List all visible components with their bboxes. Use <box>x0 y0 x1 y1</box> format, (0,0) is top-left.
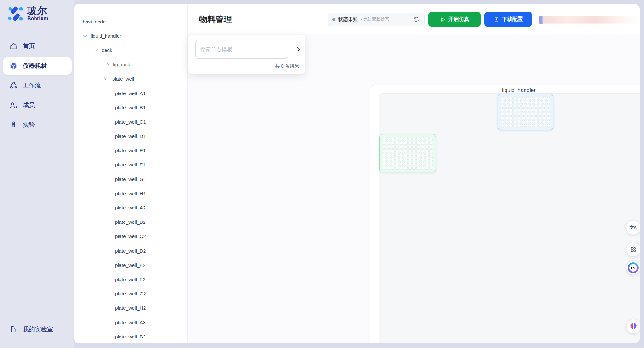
tree-item-plate_well_E2[interactable]: plate_well_E2 <box>74 258 187 272</box>
sidebar-item-instruments[interactable]: 仪器耗材 <box>3 57 72 75</box>
tree-item-label: plate_well_A3 <box>115 320 146 325</box>
well <box>526 116 529 119</box>
tree-item-plate_well_H1[interactable]: plate_well_H1 <box>74 186 187 201</box>
well <box>429 137 433 140</box>
well <box>538 120 542 123</box>
redacted-cap <box>539 16 543 24</box>
well <box>530 101 533 104</box>
well <box>530 124 533 127</box>
well-plate-selected[interactable] <box>498 94 553 130</box>
apps-grid-button[interactable] <box>626 242 640 256</box>
tree-item-plate_well_G1[interactable]: plate_well_G1 <box>74 172 187 186</box>
tree-item-plate_well_F2[interactable]: plate_well_F2 <box>74 272 187 287</box>
chevron-down-icon[interactable] <box>104 76 108 81</box>
well <box>530 105 533 108</box>
search-input[interactable] <box>195 41 288 59</box>
refresh-status-button[interactable] <box>414 16 420 23</box>
start-simulation-button[interactable]: 开启仿真 <box>428 12 481 27</box>
well <box>387 141 390 145</box>
members-icon <box>10 101 18 109</box>
well <box>408 158 412 161</box>
well <box>518 124 521 127</box>
well <box>425 141 428 145</box>
liquid-handler-node[interactable]: liquid_handler data: [object Object] <box>370 85 640 343</box>
tree-item-plate_well[interactable]: plate_well <box>74 72 187 86</box>
sidebar-item-workflow[interactable]: 工作流 <box>3 77 72 94</box>
well-plate-green[interactable] <box>379 134 436 172</box>
well <box>543 97 546 100</box>
download-config-button[interactable]: 下载配置 <box>484 12 532 27</box>
well <box>416 162 420 165</box>
well <box>395 149 399 153</box>
tree-item-plate_well_A2[interactable]: plate_well_A2 <box>74 201 187 215</box>
tree-item-label: plate_well_A2 <box>115 205 146 211</box>
well <box>400 137 403 140</box>
tree-item-plate_well_E1[interactable]: plate_well_E1 <box>74 144 187 158</box>
translate-button[interactable]: 文A <box>626 221 640 235</box>
tree-item-plate_well_A3[interactable]: plate_well_A3 <box>74 315 187 330</box>
tree-item-plate_well_C2[interactable]: plate_well_C2 <box>74 229 187 244</box>
sidebar-item-experiment[interactable]: 实验 <box>3 116 72 134</box>
well <box>538 113 542 116</box>
bohrium-logo-icon <box>7 5 23 22</box>
tree-item-plate_well_F1[interactable]: plate_well_F1 <box>74 158 187 172</box>
well <box>391 166 395 170</box>
well <box>387 158 390 161</box>
tree-item-plate_well_B1[interactable]: plate_well_B1 <box>74 100 187 115</box>
well <box>538 124 542 127</box>
well <box>400 145 403 149</box>
tree-item-tip_rack[interactable]: tip_rack <box>74 58 187 72</box>
well <box>513 120 517 123</box>
tree-item-plate_well_D1[interactable]: plate_well_D1 <box>74 129 187 144</box>
chevron-down-icon[interactable] <box>94 48 98 52</box>
well <box>416 145 420 149</box>
sidebar-item-my-lab[interactable]: 我的实验室 <box>10 325 53 333</box>
well <box>404 162 407 165</box>
well <box>522 108 525 112</box>
tree-item-host_node[interactable]: host_node <box>74 15 187 29</box>
well <box>522 116 525 119</box>
chevron-down-icon[interactable] <box>83 33 87 37</box>
well <box>421 149 424 153</box>
tree-item-plate_well_H2[interactable]: plate_well_H2 <box>74 301 187 315</box>
well <box>416 158 420 161</box>
sidebar-item-label: 成员 <box>23 101 35 109</box>
well <box>425 149 428 153</box>
tree-item-plate_well_B3[interactable]: plate_well_B3 <box>74 330 187 343</box>
sidebar-item-label: 实验 <box>23 121 35 129</box>
ai-brain-button[interactable] <box>627 319 640 333</box>
well <box>509 101 512 104</box>
play-icon <box>440 17 446 22</box>
sidebar-item-home[interactable]: 首页 <box>3 37 72 55</box>
well <box>534 108 538 112</box>
ai-assistant-button[interactable] <box>626 261 640 275</box>
tree-item-plate_well_C1[interactable]: plate_well_C1 <box>74 115 187 129</box>
bohrium-logo[interactable]: 玻尔 Bohrium <box>7 5 48 22</box>
well <box>400 141 403 145</box>
chevron-right-icon[interactable] <box>105 63 109 67</box>
well <box>408 154 412 157</box>
tree-item-plate_well_D2[interactable]: plate_well_D2 <box>74 244 187 258</box>
well <box>429 162 433 165</box>
deck-area[interactable] <box>379 93 640 343</box>
search-submit-button[interactable] <box>293 45 302 54</box>
tree-item-liquid_handler[interactable]: liquid_handler <box>74 29 187 43</box>
well <box>400 149 403 153</box>
tree-item-plate_well_B2[interactable]: plate_well_B2 <box>74 215 187 229</box>
sidebar-item-members[interactable]: 成员 <box>3 96 72 114</box>
canvas[interactable]: liquid_handler data: [object Object] 美化布… <box>188 34 640 343</box>
tree-item-label: plate_well_F1 <box>115 162 145 168</box>
well <box>526 113 529 116</box>
tree-item-plate_well_A1[interactable]: plate_well_A1 <box>74 86 187 100</box>
well <box>509 97 512 100</box>
tree-item-label: plate_well_C1 <box>115 119 146 125</box>
well <box>547 120 550 123</box>
well <box>509 105 512 108</box>
well <box>522 113 525 116</box>
well <box>387 162 390 165</box>
tree-item-plate_well_G2[interactable]: plate_well_G2 <box>74 287 187 301</box>
well <box>383 141 386 145</box>
well <box>543 101 546 104</box>
tree-item-deck[interactable]: deck <box>74 43 187 57</box>
well <box>501 113 504 116</box>
